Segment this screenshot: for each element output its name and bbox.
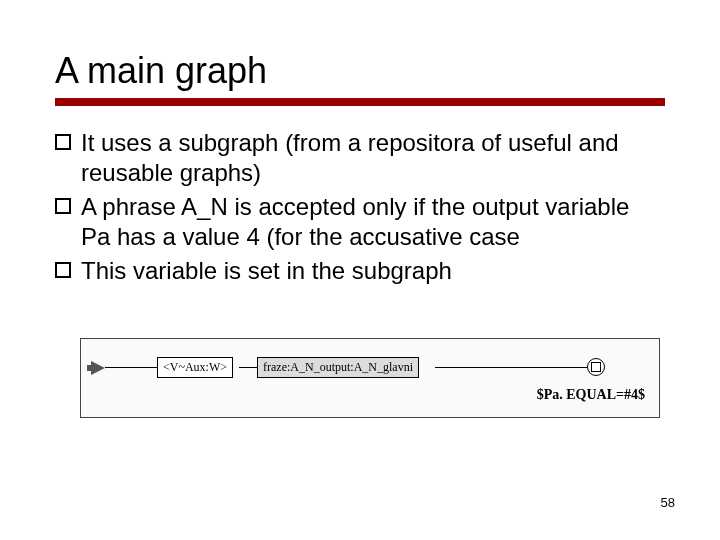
bullet-item: A phrase A_N is accepted only if the out… <box>55 192 665 252</box>
graph-node-subgraph: fraze:A_N_output:A_N_glavni <box>257 357 419 378</box>
connector-line <box>239 367 257 368</box>
bullet-text: It uses a subgraph (from a repositora of… <box>81 128 665 188</box>
checkbox-icon <box>55 198 71 214</box>
bullet-text: This variable is set in the subgraph <box>81 256 665 286</box>
checkbox-icon <box>55 134 71 150</box>
page-number: 58 <box>661 495 675 510</box>
start-node-icon <box>91 361 105 375</box>
graph-diagram: <V~Aux:W> fraze:A_N_output:A_N_glavni $P… <box>80 338 660 418</box>
slide: A main graph It uses a subgraph (from a … <box>0 0 720 540</box>
connector-line <box>105 367 157 368</box>
end-node-icon <box>587 358 605 376</box>
constraint-label: $Pa. EQUAL=#4$ <box>537 387 645 403</box>
diagram-inner: <V~Aux:W> fraze:A_N_output:A_N_glavni $P… <box>81 339 659 417</box>
bullet-item: It uses a subgraph (from a repositora of… <box>55 128 665 188</box>
graph-node-aux: <V~Aux:W> <box>157 357 233 378</box>
bullet-item: This variable is set in the subgraph <box>55 256 665 286</box>
checkbox-icon <box>55 262 71 278</box>
title-rule <box>55 98 665 106</box>
bullet-text: A phrase A_N is accepted only if the out… <box>81 192 665 252</box>
bullet-list: It uses a subgraph (from a repositora of… <box>55 128 665 286</box>
connector-line <box>435 367 587 368</box>
slide-title: A main graph <box>55 50 665 92</box>
